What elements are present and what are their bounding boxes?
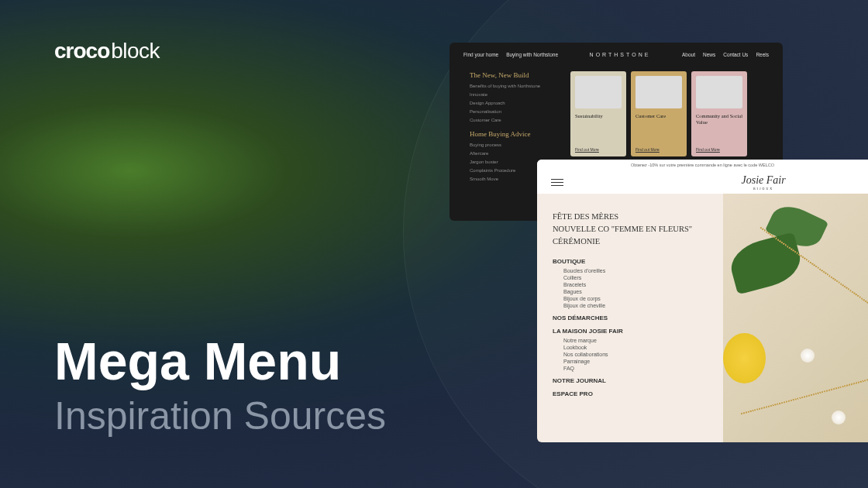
josie-menu: FÊTE DES MÈRES NOUVELLE CO "FEMME EN FLE… (537, 194, 723, 442)
feature-card[interactable]: Community and Social Value Find out More (691, 71, 747, 156)
menu-category[interactable]: BOUTIQUE (553, 258, 708, 265)
promo-text: Obtenez -10% sur votre première commande… (631, 163, 774, 167)
chevron-left-icon[interactable]: ‹ (638, 162, 640, 169)
pearl-decoration (801, 349, 815, 363)
pearl-decoration (832, 411, 846, 424)
nav-item[interactable]: About (682, 52, 695, 57)
headline-title: Mega Menu (54, 335, 386, 387)
promo-bar: ‹ Obtenez -10% sur votre première comman… (537, 160, 868, 170)
menu-item[interactable]: Bijoux de corps (563, 296, 708, 301)
menu-item[interactable]: Bijoux de cheville (563, 303, 708, 308)
card-title: Customer Care (636, 113, 682, 119)
card-title: Community and Social Value (696, 113, 742, 126)
promo-headings: FÊTE DES MÈRES NOUVELLE CO "FEMME EN FLE… (553, 211, 708, 247)
crocoblock-logo: croco block (54, 39, 160, 64)
menu-item[interactable]: Buying process (470, 143, 556, 147)
josie-preview: ‹ Obtenez -10% sur votre première comman… (537, 160, 868, 442)
card-title: Sustainability (575, 113, 622, 119)
menu-item[interactable]: Benefits of buying with Northstone (470, 84, 556, 88)
leaf-decoration (726, 232, 805, 294)
feature-card[interactable]: Sustainability Find out More (570, 71, 626, 156)
menu-item[interactable]: Colliers (563, 275, 708, 280)
card-image (636, 76, 682, 108)
nav-item[interactable]: News (703, 52, 715, 57)
menu-item[interactable]: Bracelets (563, 282, 708, 287)
menu-item[interactable]: FAQ (563, 366, 708, 371)
northstone-brand: NORTHSTONE (590, 52, 651, 57)
headline-subtitle: Inspiration Sources (54, 395, 386, 438)
lemon-decoration (723, 333, 766, 383)
hamburger-icon[interactable] (551, 179, 563, 186)
menu-item[interactable]: Aftercare (470, 151, 556, 156)
menu-category[interactable]: LA MAISON JOSIE FAIR (553, 328, 708, 335)
promo-line[interactable]: CÉRÉMONIE (553, 235, 708, 248)
menu-item[interactable]: Parrainage (563, 359, 708, 364)
josie-header: Josie Fair BIJOUX (537, 170, 868, 194)
menu-section-title: The New, New Build (470, 71, 556, 79)
brand-subtitle: BIJOUX (742, 187, 786, 191)
menu-item[interactable]: Innovate (470, 92, 556, 97)
menu-item[interactable]: Lookbook (563, 345, 708, 350)
jewelry-chain (741, 377, 868, 415)
card-image (696, 76, 742, 108)
product-image (723, 194, 868, 442)
nav-item[interactable]: Find your home (463, 52, 498, 57)
menu-item[interactable]: Notre marque (563, 338, 708, 343)
menu-item[interactable]: Nos collaborations (563, 352, 708, 357)
menu-item[interactable]: Customer Care (470, 118, 556, 122)
promo-line[interactable]: FÊTE DES MÈRES (553, 211, 708, 223)
nav-item[interactable]: Buying with Northstone (506, 52, 558, 57)
menu-section-title: Home Buying Advice (470, 130, 556, 138)
card-link[interactable]: Find out More (636, 147, 682, 152)
logo-part1: croco (54, 39, 109, 64)
menu-item[interactable]: Design Approach (470, 101, 556, 105)
promo-line[interactable]: NOUVELLE CO "FEMME EN FLEURS" (553, 223, 708, 235)
feature-card[interactable]: Customer Care Find out More (631, 71, 687, 156)
card-link[interactable]: Find out More (696, 147, 742, 152)
menu-item[interactable]: Boucles d'oreilles (563, 268, 708, 273)
headline: Mega Menu Inspiration Sources (54, 335, 386, 438)
nav-item[interactable]: Reels (756, 52, 769, 57)
menu-category[interactable]: NOTRE JOURNAL (553, 377, 708, 384)
logo-part2: block (111, 39, 160, 64)
menu-item[interactable]: Personalisation (470, 109, 556, 114)
menu-item[interactable]: Bagues (563, 289, 708, 294)
josie-brand: Josie Fair BIJOUX (742, 174, 786, 191)
card-image (575, 76, 622, 108)
menu-category[interactable]: NOS DÉMARCHES (553, 314, 708, 321)
card-link[interactable]: Find out More (575, 147, 622, 152)
northstone-nav: Find your home Buying with Northstone NO… (463, 52, 769, 57)
menu-category[interactable]: ESPACE PRO (553, 390, 708, 397)
nav-item[interactable]: Contact Us (723, 52, 748, 57)
